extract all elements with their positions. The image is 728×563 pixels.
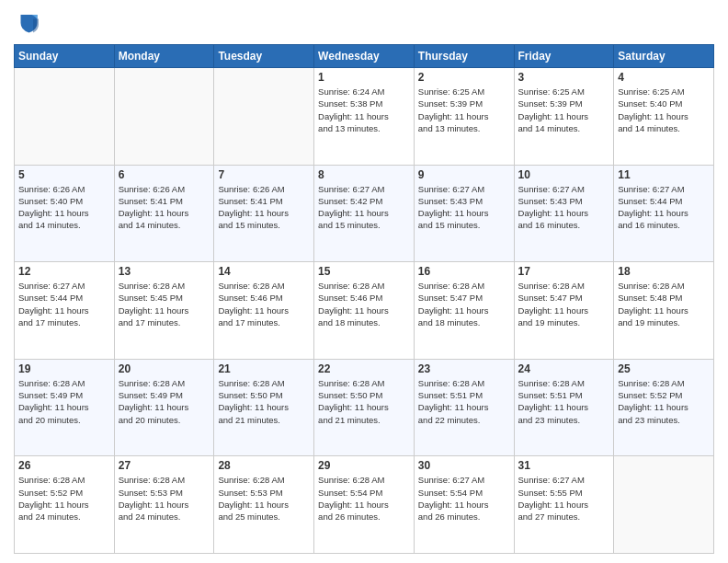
day-info: Sunrise: 6:28 AM Sunset: 5:50 PM Dayligh… (218, 377, 310, 426)
calendar-cell: 14Sunrise: 6:28 AM Sunset: 5:46 PM Dayli… (214, 262, 314, 360)
day-info: Sunrise: 6:28 AM Sunset: 5:52 PM Dayligh… (618, 377, 710, 426)
day-info: Sunrise: 6:28 AM Sunset: 5:45 PM Dayligh… (119, 280, 210, 328)
day-info: Sunrise: 6:25 AM Sunset: 5:39 PM Dayligh… (518, 86, 610, 134)
calendar-cell: 11Sunrise: 6:27 AM Sunset: 5:44 PM Dayli… (614, 165, 714, 262)
col-header-wednesday: Wednesday (314, 45, 415, 68)
day-number: 24 (518, 362, 610, 375)
logo (14, 9, 45, 37)
day-info: Sunrise: 6:28 AM Sunset: 5:49 PM Dayligh… (18, 377, 110, 426)
calendar-cell: 15Sunrise: 6:28 AM Sunset: 5:46 PM Dayli… (314, 262, 415, 360)
day-number: 17 (518, 265, 610, 278)
day-number: 16 (418, 265, 510, 278)
day-number: 21 (218, 362, 310, 375)
day-number: 3 (518, 71, 610, 84)
calendar-cell: 28Sunrise: 6:28 AM Sunset: 5:53 PM Dayli… (214, 456, 314, 554)
day-info: Sunrise: 6:25 AM Sunset: 5:39 PM Dayligh… (418, 86, 510, 134)
day-number: 31 (518, 459, 610, 472)
week-row-2: 5Sunrise: 6:26 AM Sunset: 5:40 PM Daylig… (15, 165, 714, 262)
day-number: 25 (618, 362, 710, 375)
calendar-cell: 9Sunrise: 6:27 AM Sunset: 5:43 PM Daylig… (414, 165, 514, 262)
day-info: Sunrise: 6:25 AM Sunset: 5:40 PM Dayligh… (618, 86, 710, 134)
day-info: Sunrise: 6:26 AM Sunset: 5:41 PM Dayligh… (119, 183, 210, 232)
day-number: 19 (18, 362, 110, 375)
calendar-cell: 30Sunrise: 6:27 AM Sunset: 5:54 PM Dayli… (414, 456, 514, 554)
calendar-cell: 24Sunrise: 6:28 AM Sunset: 5:51 PM Dayli… (514, 359, 614, 456)
calendar-cell: 27Sunrise: 6:28 AM Sunset: 5:53 PM Dayli… (114, 456, 214, 554)
calendar-cell: 19Sunrise: 6:28 AM Sunset: 5:49 PM Dayli… (15, 359, 115, 456)
calendar-cell: 8Sunrise: 6:27 AM Sunset: 5:42 PM Daylig… (314, 165, 415, 262)
calendar-cell: 10Sunrise: 6:27 AM Sunset: 5:43 PM Dayli… (514, 165, 614, 262)
day-info: Sunrise: 6:27 AM Sunset: 5:43 PM Dayligh… (418, 183, 510, 232)
day-number: 27 (119, 459, 210, 472)
calendar-cell: 16Sunrise: 6:28 AM Sunset: 5:47 PM Dayli… (414, 262, 514, 360)
day-number: 20 (119, 362, 210, 375)
day-number: 14 (218, 265, 310, 278)
calendar-cell: 12Sunrise: 6:27 AM Sunset: 5:44 PM Dayli… (15, 262, 115, 360)
calendar-cell: 29Sunrise: 6:28 AM Sunset: 5:54 PM Dayli… (314, 456, 415, 554)
day-info: Sunrise: 6:27 AM Sunset: 5:44 PM Dayligh… (618, 183, 710, 232)
calendar-cell: 26Sunrise: 6:28 AM Sunset: 5:52 PM Dayli… (15, 456, 115, 554)
week-row-5: 26Sunrise: 6:28 AM Sunset: 5:52 PM Dayli… (15, 456, 714, 554)
day-number: 8 (318, 168, 410, 181)
day-number: 29 (318, 459, 410, 472)
day-info: Sunrise: 6:27 AM Sunset: 5:54 PM Dayligh… (418, 474, 510, 523)
day-info: Sunrise: 6:28 AM Sunset: 5:51 PM Dayligh… (418, 377, 510, 426)
day-info: Sunrise: 6:24 AM Sunset: 5:38 PM Dayligh… (318, 86, 410, 134)
day-number: 6 (119, 168, 210, 181)
page: SundayMondayTuesdayWednesdayThursdayFrid… (0, 0, 728, 563)
day-info: Sunrise: 6:28 AM Sunset: 5:53 PM Dayligh… (119, 474, 210, 523)
day-info: Sunrise: 6:28 AM Sunset: 5:46 PM Dayligh… (218, 280, 310, 328)
day-number: 15 (318, 265, 410, 278)
col-header-tuesday: Tuesday (214, 45, 314, 68)
calendar-cell: 13Sunrise: 6:28 AM Sunset: 5:45 PM Dayli… (114, 262, 214, 360)
calendar-cell (15, 68, 115, 166)
calendar-cell (114, 68, 214, 166)
week-row-3: 12Sunrise: 6:27 AM Sunset: 5:44 PM Dayli… (15, 262, 714, 360)
calendar-cell (214, 68, 314, 166)
calendar-cell: 5Sunrise: 6:26 AM Sunset: 5:40 PM Daylig… (15, 165, 115, 262)
day-number: 4 (618, 71, 710, 84)
day-info: Sunrise: 6:27 AM Sunset: 5:43 PM Dayligh… (518, 183, 610, 232)
day-number: 2 (418, 71, 510, 84)
day-number: 1 (318, 71, 410, 84)
day-number: 13 (119, 265, 210, 278)
week-row-4: 19Sunrise: 6:28 AM Sunset: 5:49 PM Dayli… (15, 359, 714, 456)
col-header-thursday: Thursday (414, 45, 514, 68)
calendar-cell: 18Sunrise: 6:28 AM Sunset: 5:48 PM Dayli… (614, 262, 714, 360)
calendar-cell: 4Sunrise: 6:25 AM Sunset: 5:40 PM Daylig… (614, 68, 714, 166)
calendar-cell: 6Sunrise: 6:26 AM Sunset: 5:41 PM Daylig… (114, 165, 214, 262)
header-row: SundayMondayTuesdayWednesdayThursdayFrid… (15, 45, 714, 68)
day-number: 22 (318, 362, 410, 375)
day-info: Sunrise: 6:28 AM Sunset: 5:51 PM Dayligh… (518, 377, 610, 426)
calendar-cell: 31Sunrise: 6:27 AM Sunset: 5:55 PM Dayli… (514, 456, 614, 554)
day-info: Sunrise: 6:28 AM Sunset: 5:53 PM Dayligh… (218, 474, 310, 523)
calendar-cell: 21Sunrise: 6:28 AM Sunset: 5:50 PM Dayli… (214, 359, 314, 456)
day-number: 18 (618, 265, 710, 278)
calendar-cell: 17Sunrise: 6:28 AM Sunset: 5:47 PM Dayli… (514, 262, 614, 360)
calendar-cell: 23Sunrise: 6:28 AM Sunset: 5:51 PM Dayli… (414, 359, 514, 456)
col-header-friday: Friday (514, 45, 614, 68)
day-info: Sunrise: 6:27 AM Sunset: 5:44 PM Dayligh… (18, 280, 110, 328)
col-header-sunday: Sunday (15, 45, 115, 68)
calendar-cell: 1Sunrise: 6:24 AM Sunset: 5:38 PM Daylig… (314, 68, 415, 166)
day-info: Sunrise: 6:28 AM Sunset: 5:54 PM Dayligh… (318, 474, 410, 523)
calendar-cell: 25Sunrise: 6:28 AM Sunset: 5:52 PM Dayli… (614, 359, 714, 456)
day-info: Sunrise: 6:28 AM Sunset: 5:46 PM Dayligh… (318, 280, 410, 328)
day-info: Sunrise: 6:26 AM Sunset: 5:40 PM Dayligh… (18, 183, 110, 232)
day-info: Sunrise: 6:28 AM Sunset: 5:49 PM Dayligh… (119, 377, 210, 426)
calendar-cell: 20Sunrise: 6:28 AM Sunset: 5:49 PM Dayli… (114, 359, 214, 456)
day-info: Sunrise: 6:28 AM Sunset: 5:47 PM Dayligh… (518, 280, 610, 328)
logo-icon (14, 9, 41, 37)
day-number: 26 (18, 459, 110, 472)
day-info: Sunrise: 6:27 AM Sunset: 5:42 PM Dayligh… (318, 183, 410, 232)
day-number: 28 (218, 459, 310, 472)
day-number: 10 (518, 168, 610, 181)
day-number: 12 (18, 265, 110, 278)
day-number: 9 (418, 168, 510, 181)
day-info: Sunrise: 6:26 AM Sunset: 5:41 PM Dayligh… (218, 183, 310, 232)
calendar-cell: 22Sunrise: 6:28 AM Sunset: 5:50 PM Dayli… (314, 359, 415, 456)
calendar-cell: 7Sunrise: 6:26 AM Sunset: 5:41 PM Daylig… (214, 165, 314, 262)
calendar-cell (614, 456, 714, 554)
day-number: 23 (418, 362, 510, 375)
day-number: 30 (418, 459, 510, 472)
